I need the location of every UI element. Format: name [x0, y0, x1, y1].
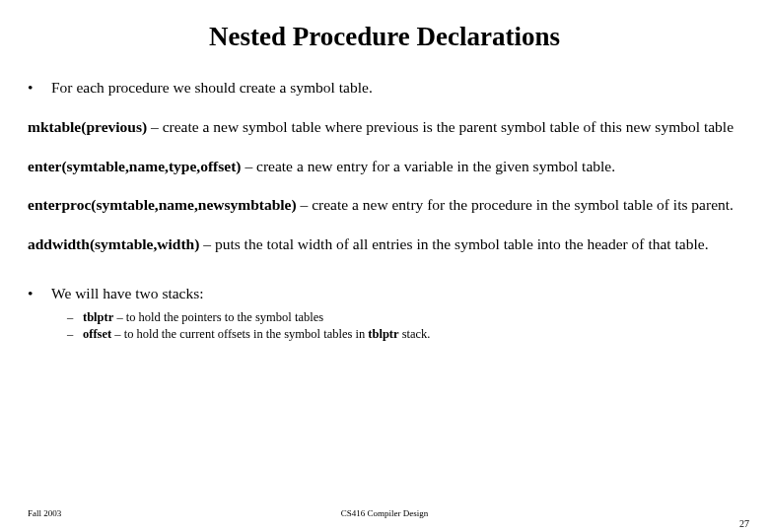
slide: Nested Procedure Declarations • For each… — [0, 0, 769, 532]
bullet-text: For each procedure we should create a sy… — [51, 78, 741, 98]
definition-text: – create a new entry for a variable in t… — [242, 158, 616, 174]
sub-bullet-item: – tblptr – to hold the pointers to the s… — [67, 309, 741, 327]
definition-text: – create a new symbol table where previo… — [147, 118, 734, 135]
bullet-item: • For each procedure we should create a … — [28, 78, 741, 98]
footer-center: CS416 Compiler Design — [0, 508, 769, 518]
sub-rest: – to hold the pointers to the symbol tab… — [113, 310, 323, 324]
slide-footer: Fall 2003 CS416 Compiler Design 27 — [0, 508, 769, 518]
term: mktable(previous) — [28, 118, 147, 135]
definition-enterproc: enterproc(symtable,name,newsymbtable) – … — [28, 195, 741, 215]
footer-page-number: 27 — [739, 518, 749, 529]
term: enter(symtable,name,type,offset) — [28, 158, 242, 174]
sub-rest: stack. — [399, 327, 431, 341]
sub-bullet-list: – tblptr – to hold the pointers to the s… — [67, 309, 741, 344]
footer-left: Fall 2003 — [28, 508, 61, 518]
dash-icon: – — [67, 326, 83, 344]
slide-title: Nested Procedure Declarations — [28, 22, 741, 52]
definition-text: – puts the total width of all entries in… — [199, 235, 708, 252]
bullet-icon: • — [28, 284, 51, 303]
dash-icon: – — [67, 309, 83, 327]
term: addwidth(symtable,width) — [28, 235, 199, 252]
sub-inline-bold: tblptr — [368, 327, 398, 341]
slide-content: • For each procedure we should create a … — [28, 78, 741, 344]
term: enterproc(symtable,name,newsymbtable) — [28, 196, 297, 213]
sub-bullet-text: offset – to hold the current offsets in … — [83, 326, 431, 344]
bullet-item: • We will have two stacks: — [28, 284, 741, 303]
sub-term: offset — [83, 327, 111, 341]
definition-mktable: mktable(previous) – create a new symbol … — [28, 117, 741, 137]
bullet-text: We will have two stacks: — [51, 284, 741, 303]
sub-rest: – to hold the current offsets in the sym… — [111, 327, 368, 341]
definition-text: – create a new entry for the procedure i… — [297, 196, 734, 213]
definition-enter: enter(symtable,name,type,offset) – creat… — [28, 157, 741, 176]
sub-term: tblptr — [83, 310, 113, 324]
bullet-icon: • — [28, 78, 51, 98]
sub-bullet-text: tblptr – to hold the pointers to the sym… — [83, 309, 323, 327]
sub-bullet-item: – offset – to hold the current offsets i… — [67, 326, 741, 344]
definition-addwidth: addwidth(symtable,width) – puts the tota… — [28, 234, 741, 254]
